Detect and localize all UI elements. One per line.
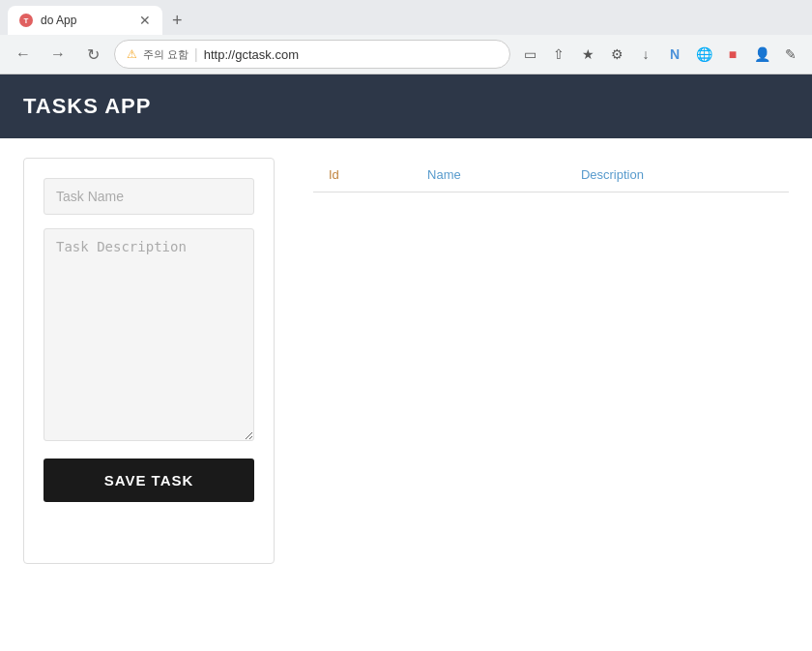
reload-button[interactable]: ↻: [79, 41, 106, 68]
table-header-row: Id Name Description: [313, 158, 789, 192]
tab-close-button[interactable]: ✕: [139, 14, 151, 27]
app-header: TASKS APP: [0, 74, 812, 138]
bookmark-icon[interactable]: ★: [576, 43, 599, 66]
cast-icon[interactable]: ▭: [518, 43, 541, 66]
active-tab[interactable]: T do App ✕: [8, 6, 162, 35]
app-body: SAVE TASK Id Name Description: [0, 138, 812, 583]
tab-favicon: T: [19, 14, 33, 27]
translate-icon[interactable]: 🌐: [692, 43, 715, 66]
toolbar-icons: ▭ ⇧ ★ ⚙ ↓ N 🌐 ■ 👤 ✎: [518, 43, 802, 66]
warning-text: 주의 요함: [143, 47, 188, 62]
url-separator: |: [194, 46, 198, 62]
new-tab-button[interactable]: +: [168, 11, 187, 31]
share-icon[interactable]: ⇧: [547, 43, 570, 66]
tab-bar: T do App ✕ +: [0, 0, 812, 35]
task-name-input[interactable]: [44, 178, 254, 215]
back-button[interactable]: ←: [10, 41, 37, 68]
browser-toolbar: ← → ↻ ⚠ 주의 요함 | http://gctask.com ▭ ⇧ ★ …: [0, 35, 812, 74]
save-task-button[interactable]: SAVE TASK: [44, 459, 254, 502]
menu-icon[interactable]: ✎: [779, 43, 802, 66]
tasks-table: Id Name Description: [313, 158, 789, 192]
download-icon[interactable]: ↓: [634, 43, 657, 66]
reader-icon[interactable]: ■: [721, 43, 744, 66]
col-header-name: Name: [412, 158, 566, 192]
browser-chrome: T do App ✕ + ← → ↻ ⚠ 주의 요함 | http://gcta…: [0, 0, 812, 74]
extension-icon[interactable]: ⚙: [605, 43, 628, 66]
task-description-input[interactable]: [44, 228, 254, 441]
address-bar[interactable]: ⚠ 주의 요함 | http://gctask.com: [114, 40, 510, 69]
profile-icon[interactable]: 👤: [750, 43, 773, 66]
col-header-id: Id: [313, 158, 412, 192]
app-title: TASKS APP: [23, 94, 151, 118]
form-panel: SAVE TASK: [23, 158, 275, 564]
forward-button[interactable]: →: [44, 41, 72, 68]
table-panel: Id Name Description: [313, 158, 789, 564]
norton-icon[interactable]: N: [663, 43, 686, 66]
url-text: http://gctask.com: [204, 47, 299, 62]
col-header-description: Description: [566, 158, 789, 192]
warning-icon: ⚠: [127, 47, 137, 61]
tab-title: do App: [41, 14, 131, 27]
